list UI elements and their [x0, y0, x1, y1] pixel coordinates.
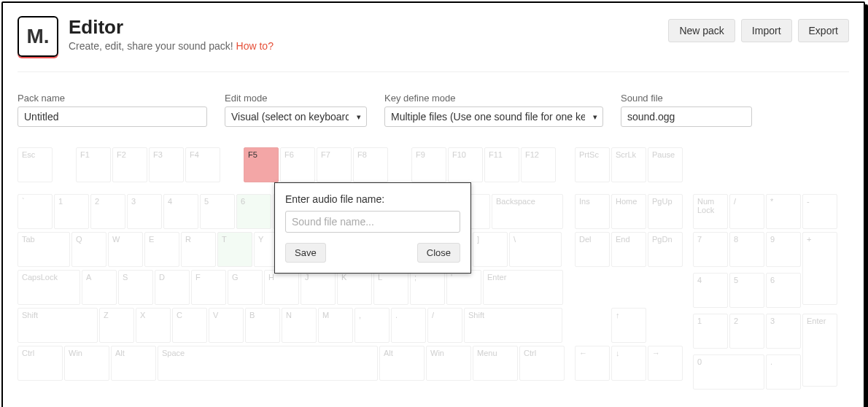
key-k[interactable]: K	[337, 270, 372, 305]
key-home[interactable]: Home	[611, 194, 646, 229]
key-f5[interactable]: F5	[244, 147, 279, 182]
key-right[interactable]: →	[648, 346, 683, 381]
key-j[interactable]: J	[301, 270, 336, 305]
key-3[interactable]: 3	[127, 194, 162, 229]
key-num7[interactable]: 7	[693, 232, 728, 267]
key-prtsc[interactable]: PrtSc	[575, 147, 610, 182]
key-rshift[interactable]: Shift	[464, 308, 562, 343]
key-scrlk[interactable]: ScrLk	[611, 147, 646, 182]
key-mode-select[interactable]: Multiple files (Use one sound file for o…	[384, 106, 603, 127]
key-a[interactable]: A	[82, 270, 117, 305]
key-menu[interactable]: Menu	[473, 346, 518, 381]
howto-link[interactable]: How to?	[236, 40, 274, 52]
key-period[interactable]: .	[391, 308, 426, 343]
key-f1[interactable]: F1	[76, 147, 111, 182]
key-numdec[interactable]: .	[766, 354, 801, 389]
key-x[interactable]: X	[136, 308, 171, 343]
key-comma[interactable]: ,	[354, 308, 390, 343]
key-n[interactable]: N	[282, 308, 317, 343]
key-f9[interactable]: F9	[411, 147, 446, 182]
key-down[interactable]: ↓	[611, 346, 646, 381]
key-h[interactable]: H	[264, 270, 299, 305]
key-capslock[interactable]: CapsLock	[18, 270, 80, 305]
key-f2[interactable]: F2	[112, 147, 147, 182]
key-f4[interactable]: F4	[185, 147, 220, 182]
key-end[interactable]: End	[611, 232, 646, 267]
popover-save-button[interactable]: Save	[285, 243, 326, 263]
key-rctrl[interactable]: Ctrl	[519, 346, 565, 381]
key-numenter[interactable]: Enter	[802, 314, 837, 387]
key-lctrl[interactable]: Ctrl	[18, 346, 63, 381]
key-d[interactable]: D	[155, 270, 190, 305]
key-6[interactable]: 6	[236, 194, 271, 229]
key-w[interactable]: W	[108, 232, 143, 267]
export-button[interactable]: Export	[798, 19, 849, 42]
edit-mode-select[interactable]: Visual (select on keyboard)	[225, 106, 367, 127]
key-f6[interactable]: F6	[280, 147, 315, 182]
key-up[interactable]: ↑	[611, 308, 646, 343]
pack-name-input[interactable]	[18, 106, 207, 127]
key-backtick[interactable]: `	[18, 194, 53, 229]
key-q[interactable]: Q	[71, 232, 106, 267]
key-f11[interactable]: F11	[484, 147, 519, 182]
key-z[interactable]: Z	[99, 308, 134, 343]
key-4[interactable]: 4	[163, 194, 198, 229]
new-pack-button[interactable]: New pack	[668, 19, 735, 42]
key-pgup[interactable]: PgUp	[648, 194, 683, 229]
key-f12[interactable]: F12	[521, 147, 556, 182]
key-f3[interactable]: F3	[149, 147, 184, 182]
key-f8[interactable]: F8	[353, 147, 388, 182]
key-enter[interactable]: Enter	[483, 270, 563, 305]
key-backslash[interactable]: \	[509, 232, 562, 267]
key-5[interactable]: 5	[200, 194, 235, 229]
key-num8[interactable]: 8	[729, 232, 764, 267]
key-lalt[interactable]: Alt	[111, 346, 156, 381]
key-num6[interactable]: 6	[766, 273, 801, 308]
key-apostrophe[interactable]: '	[446, 270, 481, 305]
key-numdiv[interactable]: /	[729, 194, 764, 229]
popover-close-button[interactable]: Close	[417, 243, 460, 263]
key-space[interactable]: Space	[158, 346, 378, 381]
sound-file-input[interactable]	[621, 106, 752, 127]
key-tab[interactable]: Tab	[18, 232, 70, 267]
key-num1[interactable]: 1	[693, 314, 728, 349]
key-slash[interactable]: /	[427, 308, 462, 343]
key-pause[interactable]: Pause	[648, 147, 683, 182]
key-left[interactable]: ←	[575, 346, 610, 381]
key-rwin[interactable]: Win	[426, 346, 471, 381]
key-nummul[interactable]: *	[766, 194, 801, 229]
key-lshift[interactable]: Shift	[18, 308, 98, 343]
audio-filename-input[interactable]	[285, 211, 460, 233]
key-num2[interactable]: 2	[729, 314, 764, 349]
key-esc[interactable]: Esc	[18, 147, 53, 182]
key-numsub[interactable]: -	[802, 194, 837, 229]
key-lwin[interactable]: Win	[64, 346, 109, 381]
key-numlock[interactable]: Num Lock	[693, 194, 728, 229]
key-f7[interactable]: F7	[317, 147, 352, 182]
key-numadd[interactable]: +	[802, 232, 837, 305]
key-g[interactable]: G	[228, 270, 263, 305]
key-c[interactable]: C	[172, 308, 207, 343]
key-s[interactable]: S	[118, 270, 153, 305]
key-e[interactable]: E	[144, 232, 179, 267]
key-t[interactable]: T	[217, 232, 252, 267]
import-button[interactable]: Import	[741, 19, 792, 42]
key-num4[interactable]: 4	[693, 273, 728, 308]
key-m[interactable]: M	[318, 308, 353, 343]
key-r[interactable]: R	[181, 232, 216, 267]
key-ins[interactable]: Ins	[575, 194, 610, 229]
key-l[interactable]: L	[373, 270, 408, 305]
key-num0[interactable]: 0	[693, 354, 764, 389]
key-v[interactable]: V	[209, 308, 244, 343]
key-f10[interactable]: F10	[448, 147, 483, 182]
key-ralt[interactable]: Alt	[379, 346, 425, 381]
key-2[interactable]: 2	[90, 194, 125, 229]
key-num5[interactable]: 5	[729, 273, 764, 308]
key-backspace[interactable]: Backspace	[492, 194, 563, 229]
key-semicolon[interactable]: ;	[410, 270, 445, 305]
key-num3[interactable]: 3	[766, 314, 801, 349]
key-del[interactable]: Del	[575, 232, 610, 267]
key-1[interactable]: 1	[54, 194, 89, 229]
key-f[interactable]: F	[191, 270, 226, 305]
key-pgdn[interactable]: PgDn	[648, 232, 683, 267]
